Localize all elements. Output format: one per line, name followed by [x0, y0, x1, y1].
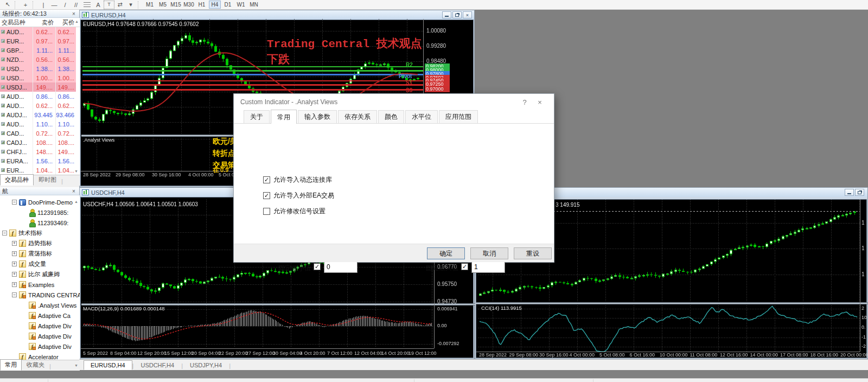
- expand-icon[interactable]: +: [12, 251, 17, 256]
- dialog-tab-输入参数[interactable]: 输入参数: [298, 110, 337, 123]
- dialog-tab-关于[interactable]: 关于: [244, 110, 270, 123]
- tab-收藏夹[interactable]: 收藏夹: [22, 359, 49, 371]
- table-row[interactable]: AUD...0.62...0.62...: [0, 101, 76, 110]
- table-row[interactable]: NZD...0.56...0.56...: [0, 55, 76, 64]
- min-value-input[interactable]: [324, 261, 358, 273]
- timeframe-button-mn[interactable]: MN: [248, 1, 260, 9]
- close-icon[interactable]: ×: [532, 98, 547, 106]
- chart-tab-usdchfh4[interactable]: USDCHF,H4: [133, 360, 181, 370]
- chart-tab-eurusdh4[interactable]: EURUSD,H4: [84, 360, 132, 370]
- horizontal-line-tool[interactable]: —: [49, 1, 60, 9]
- table-row[interactable]: AUDJ...93.44593.466: [0, 110, 76, 119]
- scroll-up-icon[interactable]: ▲: [75, 20, 79, 27]
- tree-item[interactable]: 112393469:: [0, 218, 68, 228]
- expand-icon[interactable]: +: [12, 241, 17, 246]
- timeframe-button-m15[interactable]: M15: [170, 1, 182, 9]
- shapes-dropdown[interactable]: ▾: [125, 1, 136, 9]
- dialog-tab-常用[interactable]: 常用: [271, 110, 297, 124]
- table-row[interactable]: GBP...1.11...1.11...: [0, 46, 76, 55]
- table-row[interactable]: EUR...1.04...1.04...: [0, 165, 76, 175]
- scroll-down-icon[interactable]: ▼: [74, 169, 78, 173]
- table-row[interactable]: USD...1.38...1.38...: [0, 64, 76, 73]
- shapes-tool[interactable]: ⇄: [114, 1, 125, 9]
- text-tool[interactable]: A: [93, 1, 104, 9]
- table-row[interactable]: CAD...0.72...0.72...: [0, 129, 76, 138]
- table-row[interactable]: USDJ...149....149....: [0, 82, 76, 92]
- help-icon[interactable]: ?: [517, 98, 532, 106]
- channel-tool[interactable]: //: [71, 1, 81, 9]
- tree-item[interactable]: +fExamples: [0, 279, 54, 290]
- table-row[interactable]: CHFJ...148....149....: [0, 147, 76, 156]
- timeframe-button-h1[interactable]: H1: [196, 1, 208, 9]
- tree-item[interactable]: +f趋势指标: [0, 238, 52, 249]
- tree-item[interactable]: f.Analyst Views: [0, 300, 76, 310]
- tree-item[interactable]: +f比尔 威廉姆: [0, 269, 60, 279]
- crosshair-tool[interactable]: +: [20, 1, 31, 9]
- cursor-tool[interactable]: ↖: [2, 1, 13, 9]
- mw-column-0[interactable]: 交易品种: [0, 18, 33, 27]
- timeframe-button-m1[interactable]: M1: [144, 1, 156, 9]
- collapse-icon[interactable]: −: [12, 292, 17, 297]
- checkbox-checked-icon[interactable]: ✓: [263, 192, 270, 199]
- label-tool[interactable]: T: [104, 1, 114, 9]
- max-value-checkbox[interactable]: ✓: [461, 263, 468, 270]
- timeframe-button-m5[interactable]: M5: [157, 1, 169, 9]
- checkbox-row[interactable]: ✓允许导入外部EA交易: [263, 191, 334, 200]
- close-icon[interactable]: ×: [71, 188, 77, 194]
- expand-icon[interactable]: +: [12, 272, 17, 277]
- chart-tab-usdjpyh4[interactable]: USDJPY,H4: [183, 360, 229, 370]
- scroll-up-icon[interactable]: ▲: [74, 200, 78, 203]
- cancel-button[interactable]: 取消: [470, 247, 508, 259]
- tab-常用[interactable]: 常用: [0, 359, 22, 371]
- dialog-titlebar[interactable]: Custom Indicator - .Analyst Views ? ×: [234, 94, 554, 110]
- close-icon[interactable]: ×: [71, 11, 77, 17]
- mw-column-1[interactable]: 卖价: [33, 18, 55, 27]
- table-row[interactable]: AUD...0.86...0.86...: [0, 92, 76, 101]
- mw-column-2[interactable]: 买价: [55, 18, 76, 27]
- table-row[interactable]: USD...1.00...1.00...: [0, 73, 76, 82]
- tree-item[interactable]: fAdaptive Ca: [0, 310, 71, 321]
- min-value-checkbox[interactable]: ✓: [314, 263, 321, 270]
- tree-item[interactable]: 112391985:: [0, 207, 68, 218]
- checkbox-unchecked-icon[interactable]: [263, 208, 270, 215]
- tab-交易品种[interactable]: 交易品种: [0, 174, 34, 186]
- fibonacci-tool[interactable]: [84, 2, 91, 7]
- table-row[interactable]: EUR...0.97...0.97...: [0, 36, 76, 46]
- expand-icon[interactable]: +: [12, 262, 17, 266]
- max-value-input[interactable]: [471, 261, 505, 273]
- tree-item[interactable]: fAdaptive Div: [0, 331, 72, 341]
- table-row[interactable]: AUD...1.10...1.10...: [0, 119, 76, 129]
- tree-item[interactable]: +f震荡指标: [0, 249, 52, 259]
- table-row[interactable]: CADJ...108....108....: [0, 138, 76, 147]
- tree-item[interactable]: −fTRADING CENTRAL: [0, 290, 80, 300]
- timeframe-button-h4[interactable]: H4: [209, 1, 221, 9]
- dialog-tab-颜色[interactable]: 颜色: [378, 110, 404, 123]
- scroll-down-icon[interactable]: ▼: [74, 364, 78, 367]
- tree-item[interactable]: fAdaptive Div: [0, 341, 72, 352]
- tree-item[interactable]: −f技术指标: [0, 228, 42, 238]
- checkbox-row[interactable]: ✓允许导入动态连接库: [263, 175, 332, 184]
- tree-item[interactable]: −DooPrime-Demo: [0, 197, 73, 207]
- dialog-tab-水平位[interactable]: 水平位: [405, 110, 438, 123]
- table-row[interactable]: EURA...1.56...1.56...: [0, 156, 76, 165]
- market-watch-caption[interactable]: 场报价: 06:42:13 ×: [0, 10, 79, 18]
- timeframe-button-w1[interactable]: W1: [235, 1, 247, 9]
- timeframe-button-d1[interactable]: D1: [222, 1, 234, 9]
- tab-即时图[interactable]: 即时图: [34, 174, 61, 186]
- collapse-icon[interactable]: −: [2, 231, 7, 235]
- ok-button[interactable]: 确定: [427, 247, 465, 259]
- collapse-icon[interactable]: −: [12, 200, 17, 205]
- tree-item[interactable]: fAdaptive Div: [0, 321, 72, 331]
- checkbox-checked-icon[interactable]: ✓: [263, 176, 270, 183]
- expand-icon[interactable]: +: [12, 282, 17, 287]
- dialog-tab-应用范围[interactable]: 应用范围: [439, 110, 478, 123]
- table-row[interactable]: AUD...0.62...0.62...: [0, 27, 76, 36]
- trendline-tool[interactable]: /: [60, 1, 71, 9]
- checkbox-row[interactable]: 允许修改信号设置: [263, 207, 326, 216]
- navigator-caption[interactable]: 航 ×: [0, 187, 79, 195]
- dialog-tab-依存关系[interactable]: 依存关系: [338, 110, 377, 123]
- tree-item[interactable]: +f成交量: [0, 259, 46, 269]
- vertical-line-tool[interactable]: |: [38, 1, 49, 9]
- reset-button[interactable]: 重设: [514, 247, 552, 259]
- timeframe-button-m30[interactable]: M30: [183, 1, 195, 9]
